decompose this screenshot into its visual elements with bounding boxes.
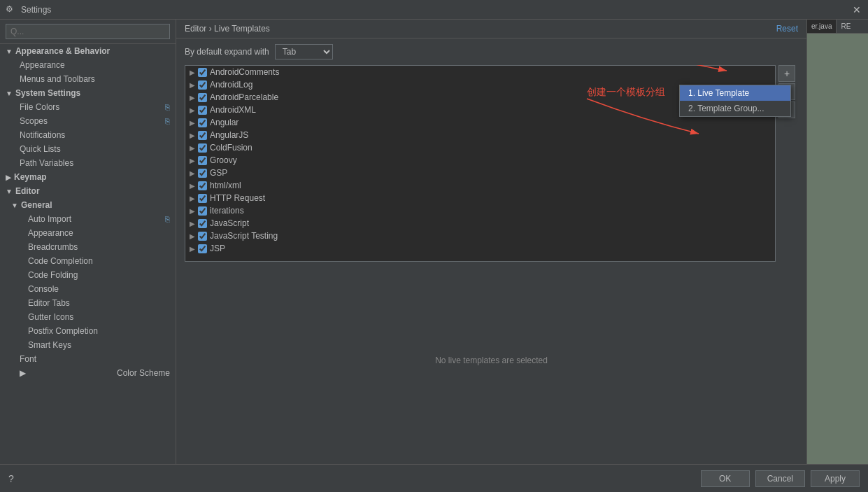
settings-window: ⚙ Settings ✕ ▼ Appearance & Behavior Ap — [0, 0, 868, 492]
template-name-3: AndroidXML — [210, 105, 256, 115]
sidebar-item-appearance[interactable]: Appearance — [0, 58, 176, 72]
sidebar-item-gutter-icons[interactable]: Gutter Icons — [0, 310, 176, 324]
template-name-1: AndroidLog — [210, 80, 252, 90]
dialog-footer: ? OK Cancel Apply — [0, 464, 868, 492]
right-tab-1[interactable]: er.java — [807, 20, 837, 33]
main-content: Editor › Live Templates Reset By default… — [176, 20, 806, 464]
sidebar-item-console[interactable]: Console — [0, 282, 176, 296]
sidebar-item-breadcrumbs[interactable]: Breadcrumbs — [0, 240, 176, 254]
checkbox-angularjs[interactable] — [198, 131, 207, 140]
breadcrumb-part2: Live Templates — [214, 24, 270, 34]
checkbox-javascript[interactable] — [198, 219, 207, 228]
checkbox-iterations[interactable] — [198, 206, 207, 216]
checkbox-androidlog[interactable] — [198, 80, 207, 90]
right-panel: er.java RE — [806, 20, 868, 464]
template-row-htmlxml[interactable]: ▶ html/xml — [185, 179, 775, 192]
copy-icon-scopes: ⎘ — [165, 117, 170, 125]
template-row-javascripttesting[interactable]: ▶ JavaScript Testing — [185, 230, 775, 242]
sidebar-item-color-scheme[interactable]: ▶ Color Scheme — [0, 366, 176, 380]
checkbox-androidparcelable[interactable] — [198, 93, 207, 102]
template-row-groovy[interactable]: ▶ Groovy — [185, 154, 775, 167]
expand-arrow-ab: ▼ — [6, 48, 13, 55]
template-row-angular[interactable]: ▶ Angular — [185, 116, 775, 129]
checkbox-groovy[interactable] — [198, 156, 207, 165]
group-label-ed: Editor — [15, 186, 40, 196]
template-row-coldfusion[interactable]: ▶ ColdFusion — [185, 141, 775, 154]
subgroup-header-general[interactable]: ▼ General — [0, 198, 176, 212]
expand-arrow-gen: ▼ — [11, 202, 18, 209]
template-row-angularjs[interactable]: ▶ AngularJS — [185, 129, 775, 141]
template-row-androidcomments[interactable]: ▶ AndroidComments — [185, 66, 775, 78]
reset-link[interactable]: Reset — [776, 24, 798, 34]
template-row-iterations[interactable]: ▶ iterations — [185, 204, 775, 217]
group-header-system-settings[interactable]: ▼ System Settings — [0, 86, 176, 100]
row-arrow-12: ▶ — [190, 220, 195, 227]
template-name-9: html/xml — [210, 181, 241, 190]
template-name-12: JavaScript — [210, 218, 249, 228]
breadcrumb-part1: Editor — [185, 24, 206, 34]
close-button[interactable]: ✕ — [851, 4, 862, 15]
checkbox-javascripttesting[interactable] — [198, 232, 207, 241]
row-arrow-6: ▶ — [190, 144, 195, 152]
search-input[interactable] — [6, 24, 170, 39]
sidebar-item-appearance-gen[interactable]: Appearance — [0, 226, 176, 240]
ok-button[interactable]: OK — [701, 470, 750, 487]
popup-item-template-group[interactable]: 2. Template Group... — [680, 101, 790, 116]
sidebar-item-quick-lists[interactable]: Quick Lists — [0, 142, 176, 156]
row-arrow-10: ▶ — [190, 195, 195, 202]
group-label-km: Keymap — [14, 172, 47, 182]
row-arrow-0: ▶ — [190, 69, 195, 76]
sidebar-item-scopes[interactable]: Scopes ⎘ — [0, 114, 176, 128]
cancel-button[interactable]: Cancel — [755, 470, 805, 487]
dialog-content: ▼ Appearance & Behavior Appearance Menus… — [0, 20, 868, 464]
group-keymap: ▶ Keymap — [0, 170, 176, 184]
row-arrow-9: ▶ — [190, 182, 195, 190]
sidebar-item-path-variables[interactable]: Path Variables — [0, 156, 176, 170]
template-name-10: HTTP Request — [210, 193, 265, 203]
sidebar-item-smart-keys[interactable]: Smart Keys — [0, 338, 176, 352]
sidebar-item-code-completion[interactable]: Code Completion — [0, 254, 176, 268]
template-name-4: Angular — [210, 118, 239, 127]
breadcrumb-separator: › — [209, 24, 212, 34]
sidebar-item-file-colors[interactable]: File Colors ⎘ — [0, 100, 176, 114]
checkbox-androidxml[interactable] — [198, 106, 207, 115]
sidebar-item-notifications[interactable]: Notifications — [0, 128, 176, 142]
template-row-jsp[interactable]: ▶ JSP — [185, 242, 775, 255]
template-name-2: AndroidParcelable — [210, 92, 278, 102]
template-row-gsp[interactable]: ▶ GSP — [185, 167, 775, 179]
apply-button[interactable]: Apply — [811, 470, 860, 487]
group-header-keymap[interactable]: ▶ Keymap — [0, 170, 176, 184]
template-row-httprequest[interactable]: ▶ HTTP Request — [185, 192, 775, 204]
expand-row: By default expand with Tab Enter Space — [185, 44, 798, 59]
checkbox-angular[interactable] — [198, 118, 207, 127]
sidebar-item-code-folding[interactable]: Code Folding — [0, 268, 176, 282]
dialog-container: ▼ Appearance & Behavior Appearance Menus… — [0, 20, 868, 492]
sidebar-item-editor-tabs[interactable]: Editor Tabs — [0, 296, 176, 310]
checkbox-coldfusion[interactable] — [198, 143, 207, 153]
expand-select[interactable]: Tab Enter Space — [275, 44, 333, 59]
checkbox-httprequest[interactable] — [198, 194, 207, 203]
help-button[interactable]: ? — [8, 473, 14, 484]
right-tab-2[interactable]: RE — [837, 20, 855, 33]
popup-item-live-template[interactable]: 1. Live Template — [680, 85, 790, 101]
sidebar-item-menus-toolbars[interactable]: Menus and Toolbars — [0, 72, 176, 86]
row-arrow-1: ▶ — [190, 81, 195, 89]
expand-arrow-km: ▶ — [6, 174, 11, 181]
row-arrow-5: ▶ — [190, 132, 195, 139]
checkbox-htmlxml[interactable] — [198, 181, 207, 190]
actions-column: + − ⎘ 1. Live Template 2. Template Group… — [776, 65, 798, 262]
sidebar-item-postfix-completion[interactable]: Postfix Completion — [0, 324, 176, 338]
checkbox-gsp[interactable] — [198, 169, 207, 178]
row-arrow-8: ▶ — [190, 169, 195, 177]
group-header-appearance-behavior[interactable]: ▼ Appearance & Behavior — [0, 44, 176, 58]
checkbox-androidcomments[interactable] — [198, 68, 207, 77]
sidebar-item-auto-import[interactable]: Auto Import ⎘ — [0, 212, 176, 226]
add-button[interactable]: + — [778, 65, 795, 82]
sidebar-item-font[interactable]: Font — [0, 352, 176, 366]
template-name-7: Groovy — [210, 155, 237, 165]
settings-panel: By default expand with Tab Enter Space — [176, 38, 806, 464]
group-header-editor[interactable]: ▼ Editor — [0, 184, 176, 198]
template-row-javascript[interactable]: ▶ JavaScript — [185, 217, 775, 230]
checkbox-jsp[interactable] — [198, 244, 207, 253]
row-arrow-2: ▶ — [190, 94, 195, 101]
